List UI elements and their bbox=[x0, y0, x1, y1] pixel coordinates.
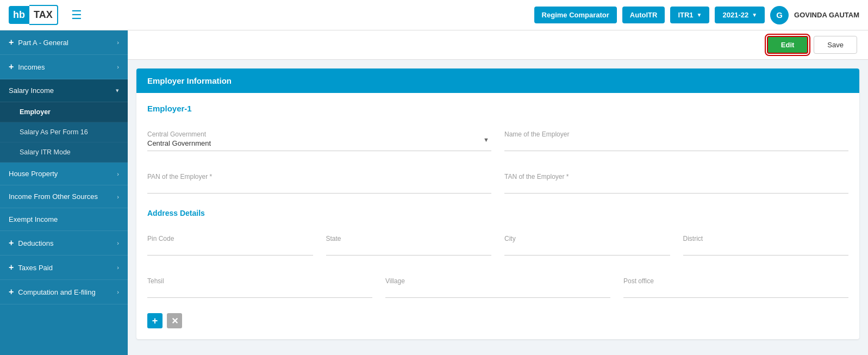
edit-button[interactable]: Edit bbox=[767, 36, 809, 54]
user-avatar: G bbox=[770, 6, 789, 24]
header-left: hb TAX ☰ bbox=[9, 5, 82, 25]
sidebar-item-employer[interactable]: Employer bbox=[0, 102, 128, 122]
address-row-1: Pin Code State City District bbox=[147, 228, 848, 260]
sidebar-label-incomes: Incomes bbox=[18, 63, 45, 71]
sidebar-label-house-property: House Property bbox=[9, 170, 58, 178]
add-employer-button[interactable]: + bbox=[147, 313, 163, 328]
tehsil-input[interactable] bbox=[147, 271, 372, 298]
sidebar-item-computation[interactable]: + Computation and E-filing › bbox=[0, 280, 128, 304]
tehsil-group: Tehsil bbox=[147, 271, 372, 302]
sidebar-item-part-a[interactable]: + Part A - General › bbox=[0, 30, 128, 55]
chevron-right-icon: › bbox=[117, 240, 119, 246]
sidebar-label-salary-itr: Salary ITR Mode bbox=[20, 148, 71, 156]
village-group: Village bbox=[385, 271, 610, 302]
year-chevron-icon: ▼ bbox=[752, 12, 757, 18]
regime-comparator-button[interactable]: Regime Comparator bbox=[534, 7, 617, 23]
employer-name-input[interactable] bbox=[504, 124, 848, 151]
sidebar-label-income-other: Income From Other Sources bbox=[9, 192, 98, 201]
city-group: City bbox=[504, 228, 670, 260]
chevron-down-icon: ▾ bbox=[116, 87, 119, 94]
user-name: GOVINDA GAUTAM bbox=[794, 11, 859, 19]
sidebar-label-salary-income: Salary Income bbox=[9, 86, 54, 95]
sidebar-label-exempt-income: Exempt Income bbox=[9, 215, 58, 223]
hamburger-icon[interactable]: ☰ bbox=[71, 8, 82, 22]
address-row-2: Tehsil Village Post office bbox=[147, 271, 848, 302]
plus-icon: + bbox=[9, 263, 14, 272]
chevron-right-icon: › bbox=[117, 264, 119, 271]
employer-row-2: PAN of the Employer * TAN of the Employe… bbox=[147, 166, 848, 198]
logo: hb TAX bbox=[9, 5, 58, 25]
sidebar-label-deductions: Deductions bbox=[18, 239, 53, 247]
tan-group: TAN of the Employer * bbox=[504, 166, 848, 198]
employer-type-group: Central Government Central Government St… bbox=[147, 124, 491, 155]
employer-type-select[interactable]: Central Government State Government PSU … bbox=[147, 124, 491, 151]
sidebar-label-part-a: Part A - General bbox=[18, 39, 68, 47]
chevron-right-icon: › bbox=[117, 171, 119, 177]
sidebar-label-computation: Computation and E-filing bbox=[18, 288, 95, 296]
chevron-right-icon: › bbox=[117, 289, 119, 295]
plus-icon: + bbox=[9, 62, 14, 72]
logo-hb: hb bbox=[9, 6, 29, 24]
sidebar-item-salary-income[interactable]: Salary Income ▾ bbox=[0, 79, 128, 102]
city-input[interactable] bbox=[504, 228, 670, 256]
sidebar-item-salary-itr[interactable]: Salary ITR Mode bbox=[0, 142, 128, 163]
sidebar: + Part A - General › + Incomes › Salary … bbox=[0, 30, 128, 355]
sidebar-item-exempt-income[interactable]: Exempt Income bbox=[0, 208, 128, 231]
chevron-right-icon: › bbox=[117, 64, 119, 70]
sidebar-item-deductions[interactable]: + Deductions › bbox=[0, 231, 128, 256]
itr1-button[interactable]: ITR1 ▼ bbox=[670, 7, 709, 23]
sidebar-label-employer: Employer bbox=[20, 108, 51, 116]
sidebar-item-house-property[interactable]: House Property › bbox=[0, 163, 128, 185]
address-heading: Address Details bbox=[147, 209, 848, 217]
save-button[interactable]: Save bbox=[814, 36, 857, 54]
tan-input[interactable] bbox=[504, 166, 848, 194]
state-group: State bbox=[326, 228, 492, 260]
employer-row-1: Central Government Central Government St… bbox=[147, 124, 848, 155]
employer-card: Employer Information Employer-1 Central … bbox=[136, 68, 859, 339]
pin-input[interactable] bbox=[147, 228, 313, 256]
chevron-right-icon: › bbox=[117, 194, 119, 200]
action-bar: Edit Save bbox=[128, 30, 868, 60]
chevron-right-icon: › bbox=[117, 39, 119, 46]
village-input[interactable] bbox=[385, 271, 610, 298]
pan-input[interactable] bbox=[147, 166, 491, 194]
employer-heading: Employer-1 bbox=[147, 104, 848, 113]
pin-group: Pin Code bbox=[147, 228, 313, 260]
state-input[interactable] bbox=[326, 228, 492, 256]
logo-tax: TAX bbox=[29, 5, 58, 25]
postoffice-input[interactable] bbox=[623, 271, 848, 298]
form-actions: + ✕ bbox=[147, 313, 848, 328]
sidebar-item-income-other[interactable]: Income From Other Sources › bbox=[0, 185, 128, 208]
header-right: Regime Comparator AutoITR ITR1 ▼ 2021-22… bbox=[534, 6, 859, 24]
district-group: District bbox=[683, 228, 849, 260]
sidebar-item-taxes-paid[interactable]: + Taxes Paid › bbox=[0, 256, 128, 280]
district-input[interactable] bbox=[683, 228, 849, 256]
employer-name-group: Name of the Employer bbox=[504, 124, 848, 155]
plus-icon: + bbox=[9, 238, 14, 248]
cancel-employer-button[interactable]: ✕ bbox=[167, 313, 182, 328]
main-layout: + Part A - General › + Incomes › Salary … bbox=[0, 30, 868, 355]
sidebar-item-incomes[interactable]: + Incomes › bbox=[0, 55, 128, 79]
autoitr-button[interactable]: AutoITR bbox=[622, 7, 665, 23]
card-body: Employer-1 Central Government Central Go… bbox=[136, 93, 859, 339]
content-area: Edit Save Employer Information Employer-… bbox=[128, 30, 868, 355]
year-selector-button[interactable]: 2021-22 ▼ bbox=[715, 7, 765, 23]
card-header: Employer Information bbox=[136, 68, 859, 93]
plus-icon: + bbox=[9, 38, 14, 47]
pan-group: PAN of the Employer * bbox=[147, 166, 491, 198]
sidebar-label-salary-form16: Salary As Per Form 16 bbox=[20, 128, 88, 136]
sidebar-item-salary-form16[interactable]: Salary As Per Form 16 bbox=[0, 122, 128, 142]
postoffice-group: Post office bbox=[623, 271, 848, 302]
sidebar-label-taxes-paid: Taxes Paid bbox=[18, 264, 53, 272]
itr1-chevron-icon: ▼ bbox=[697, 12, 702, 18]
header: hb TAX ☰ Regime Comparator AutoITR ITR1 … bbox=[0, 0, 868, 30]
plus-icon: + bbox=[9, 287, 14, 297]
sidebar-salary-submenu: Employer Salary As Per Form 16 Salary IT… bbox=[0, 102, 128, 163]
